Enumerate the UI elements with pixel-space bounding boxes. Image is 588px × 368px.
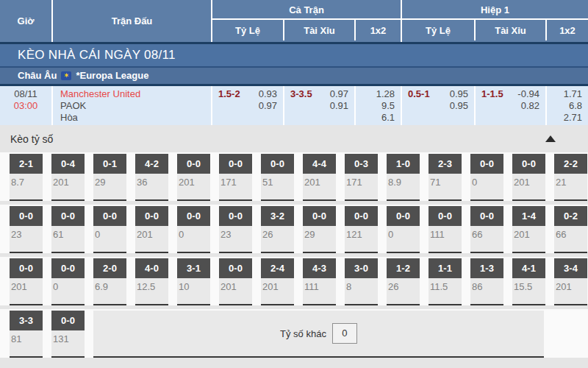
score-option[interactable]: 1-4201 [512, 206, 545, 253]
score-label: 0-0 [470, 206, 503, 226]
match-row: 08/11 03:00 Manchester United PAOK Hòa 1… [0, 86, 588, 125]
score-option[interactable]: 0-061 [51, 206, 85, 253]
league-bar[interactable]: Châu Âu ✶ *Europa League [0, 68, 588, 84]
fh-handicap-cell[interactable]: 0.5-10.95 0.95 [401, 86, 474, 125]
score-odds: 111 [303, 278, 336, 292]
score-grid: 2-18.70-42010-1294-2360-02010-01710-0514… [0, 152, 588, 358]
score-option[interactable]: 0-00 [51, 258, 85, 305]
fh-1x2-draw: 2.71 [564, 112, 582, 124]
ft-overunder-cell[interactable]: 3-3.50.97 0.91 [283, 86, 354, 125]
score-odds: 201 [512, 226, 545, 240]
score-option[interactable]: 1-08.9 [387, 154, 420, 201]
score-option[interactable]: 0-3171 [345, 154, 378, 201]
score-option[interactable]: 2-06.9 [93, 258, 126, 305]
score-option[interactable]: 4-115.5 [512, 258, 545, 305]
score-odds: 36 [135, 174, 168, 188]
score-odds: 21 [554, 174, 587, 188]
score-option[interactable]: 3-110 [177, 258, 210, 305]
score-label: 3-4 [554, 258, 587, 278]
score-option[interactable]: 1-386 [470, 258, 503, 305]
score-option[interactable]: 2-18.7 [10, 154, 43, 201]
score-option[interactable]: 4-236 [135, 154, 168, 201]
header-ft-handicap: Tỷ Lệ [212, 20, 283, 40]
fh-over-odds: -0.94 [517, 88, 539, 100]
score-option[interactable]: 0-0201 [512, 154, 545, 201]
score-option[interactable]: 3-08 [345, 258, 378, 305]
fh-1x2-home: 1.71 [564, 88, 582, 100]
score-odds: 26 [261, 226, 294, 240]
score-label: 1-3 [470, 258, 503, 278]
score-option[interactable]: 3-4201 [554, 258, 587, 305]
score-option[interactable]: 0-0201 [135, 206, 168, 253]
score-section-title: Kèo tỷ số [10, 133, 53, 145]
score-option[interactable]: 0-0121 [345, 206, 378, 253]
score-option[interactable]: 4-4201 [303, 154, 336, 201]
odds-table-header: Giờ Trận Đấu Cả Trận Tỷ Lệ Tài Xỉu 1x2 H… [0, 0, 588, 42]
score-label: 4-0 [135, 258, 168, 278]
home-team-link[interactable]: Manchester United [60, 88, 211, 100]
score-label: 0-0 [219, 258, 252, 278]
score-label: 1-2 [387, 258, 420, 278]
score-option[interactable]: 0-029 [303, 206, 336, 253]
score-odds: 10 [177, 278, 210, 292]
score-option[interactable]: 0-0171 [219, 154, 252, 201]
score-option[interactable]: 0-0111 [429, 206, 462, 253]
score-label: 0-4 [51, 154, 85, 174]
ft-1x2-cell[interactable]: 1.28 9.5 6.1 [354, 86, 401, 125]
score-option[interactable]: 0-00 [93, 206, 126, 253]
score-odds: 66 [470, 226, 503, 240]
fh-1x2-cell[interactable]: 1.71 6.8 2.71 [545, 86, 588, 125]
page-title: KÈO NHÀ CÁI NGÀY 08/11 [0, 44, 588, 66]
score-option[interactable]: 2-4201 [261, 258, 294, 305]
score-option[interactable]: 1-111.5 [429, 258, 462, 305]
ft-handicap-cell[interactable]: 1.5-20.93 0.97 [211, 86, 283, 125]
score-label: 0-0 [177, 154, 210, 174]
score-option[interactable]: 0-0201 [219, 258, 252, 305]
score-option[interactable]: 0-0201 [10, 258, 43, 305]
score-odds: 66 [554, 226, 587, 240]
fh-overunder-line: 1-1.5 [481, 88, 503, 100]
ft-1x2-home: 1.28 [376, 88, 395, 100]
score-option[interactable]: 0-0131 [51, 311, 85, 358]
score-option[interactable]: 0-00 [387, 206, 420, 253]
other-score-input[interactable]: 0 [332, 323, 357, 344]
score-option[interactable]: 4-012.5 [135, 258, 168, 305]
ft-1x2-away: 9.5 [381, 100, 395, 112]
score-odds: 23 [219, 226, 252, 240]
score-label: 0-0 [135, 206, 168, 226]
fh-handicap-home-odds: 0.95 [450, 88, 468, 100]
score-option[interactable]: 0-129 [93, 154, 126, 201]
score-label: 2-3 [429, 154, 462, 174]
fh-under-odds: 0.82 [521, 100, 539, 112]
score-option[interactable]: 0-023 [10, 206, 43, 253]
score-row: 0-0230-0610-000-02010-000-0233-2260-0290… [0, 205, 588, 253]
score-odds: 201 [135, 226, 168, 240]
score-odds: 0 [177, 226, 210, 240]
score-option[interactable]: 3-226 [261, 206, 294, 253]
score-option[interactable]: 0-066 [470, 206, 503, 253]
fh-overunder-cell[interactable]: 1-1.5-0.94 0.82 [474, 86, 545, 125]
score-option[interactable]: 2-221 [554, 154, 587, 201]
score-odds: 131 [51, 330, 85, 344]
score-option[interactable]: 3-381 [10, 311, 43, 358]
score-option[interactable]: 4-3111 [303, 258, 336, 305]
score-option[interactable]: 0-0201 [177, 154, 210, 201]
score-option[interactable]: 0-051 [261, 154, 294, 201]
score-option[interactable]: 1-226 [387, 258, 420, 305]
score-odds: 12.5 [135, 278, 168, 292]
score-option[interactable]: 0-00 [177, 206, 210, 253]
triangle-up-icon[interactable] [545, 135, 556, 142]
score-option[interactable]: 0-4201 [51, 154, 85, 201]
score-odds: 81 [10, 330, 43, 344]
score-option[interactable]: 0-00 [470, 154, 503, 201]
away-team-label: PAOK [60, 100, 211, 112]
score-option[interactable]: 0-266 [554, 206, 587, 253]
score-label: 3-2 [261, 206, 294, 226]
header-group-fulltime: Cả Trận Tỷ Lệ Tài Xỉu 1x2 [211, 0, 401, 42]
header-firsthalf-label: Hiệp 1 [402, 0, 588, 20]
betting-odds-page: Giờ Trận Đấu Cả Trận Tỷ Lệ Tài Xỉu 1x2 H… [0, 0, 588, 368]
score-label: 0-0 [93, 206, 126, 226]
score-option[interactable]: 2-371 [429, 154, 462, 201]
score-option[interactable]: 0-023 [219, 206, 252, 253]
score-odds: 61 [51, 226, 85, 240]
